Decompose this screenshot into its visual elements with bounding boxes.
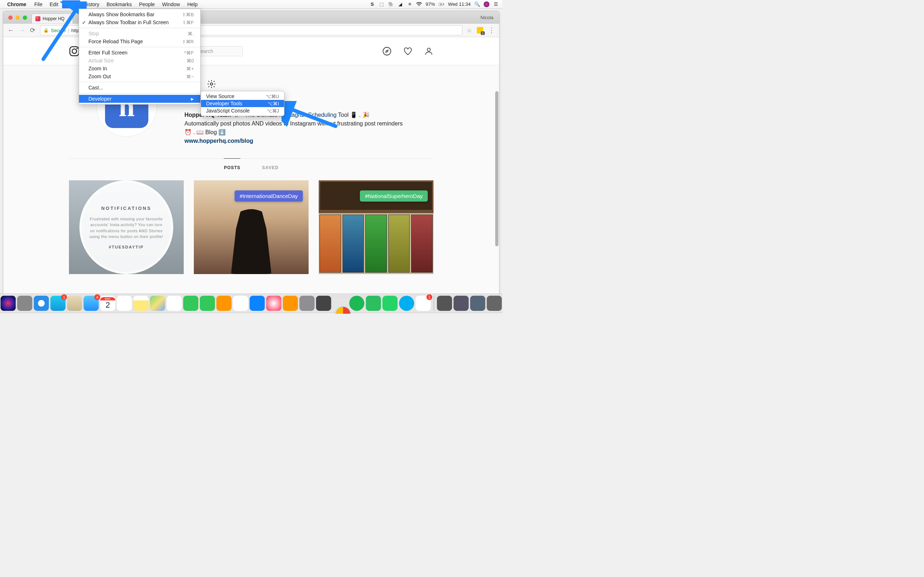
dock-slack-icon[interactable]: 1 (416, 296, 431, 311)
chrome-menu-icon[interactable]: ⋮ (488, 26, 495, 34)
menu-view[interactable]: View (62, 0, 80, 8)
dock-sublime-icon[interactable] (316, 296, 331, 311)
menu-item-force-reload[interactable]: Force Reload This Page⇧⌘R (79, 37, 200, 45)
tile2-tag: #InternationalDanceDay (234, 190, 303, 201)
dock-preferences-icon[interactable] (300, 296, 315, 311)
notification-center-icon[interactable]: ☰ (493, 2, 499, 7)
dock-safari-icon[interactable] (34, 296, 49, 311)
browser-tab[interactable]: Hopper HQ (31, 13, 73, 23)
dock-siri-icon[interactable] (1, 296, 16, 311)
dock-evernote-icon[interactable] (366, 296, 381, 311)
dock-messages-icon[interactable] (183, 296, 199, 311)
window-minimize-button[interactable] (16, 16, 20, 20)
battery-percent[interactable]: 97% (426, 2, 435, 7)
view-menu-dropdown: Always Show Bookmarks Bar⇧⌘B ✓Always Sho… (79, 9, 201, 105)
back-button[interactable]: ← (8, 26, 14, 34)
submenu-js-console[interactable]: JavaScript Console⌥⌘J (201, 107, 284, 114)
dock-spotify-icon[interactable] (349, 296, 365, 311)
bookmark-star-icon[interactable]: ☆ (467, 27, 472, 34)
forward-button[interactable]: → (18, 26, 25, 34)
dropbox-menubar-icon[interactable]: ⬚ (379, 2, 384, 7)
submenu-view-source[interactable]: View Source⌥⌘U (201, 93, 284, 100)
dock-launchpad-icon[interactable] (17, 296, 32, 311)
window-close-button[interactable] (8, 16, 13, 20)
menu-item-stop: Stop⌘. (79, 29, 200, 37)
bio-hashtag[interactable]: #InstagramScheduling (279, 112, 336, 118)
menu-item-zoom-in[interactable]: Zoom In⌘+ (79, 64, 200, 73)
spotlight-icon[interactable]: 🔍 (474, 2, 480, 7)
dock-ibooks-icon[interactable] (283, 296, 298, 311)
skype-menubar-icon[interactable]: S (369, 2, 375, 7)
reload-button[interactable]: ⟳ (29, 26, 36, 34)
wifi-menubar-icon[interactable] (416, 2, 422, 7)
dock-reminders-icon[interactable] (117, 296, 132, 311)
extension-icon[interactable]: 1 (477, 27, 483, 34)
instagram-favicon-icon (36, 16, 40, 21)
submenu-developer-tools[interactable]: Developer Tools⌥⌘I (201, 100, 284, 107)
profile-icon[interactable] (424, 47, 433, 56)
dock-skype-icon[interactable] (399, 296, 414, 311)
post-tile-2[interactable]: #InternationalDanceDay (194, 180, 309, 274)
menubar-clock[interactable]: Wed 11:34 (448, 2, 471, 7)
dock-folder-icon[interactable] (437, 296, 452, 311)
menubar-app-name[interactable]: Chrome (7, 2, 26, 7)
explore-icon[interactable] (382, 47, 392, 56)
dock-folder-2-icon[interactable] (454, 296, 469, 311)
dock-pages-icon[interactable] (216, 296, 232, 311)
dock-chrome-icon[interactable] (336, 306, 351, 314)
dock-maps-icon[interactable] (150, 296, 165, 311)
menu-edit[interactable]: Edit (46, 0, 62, 8)
drive-menubar-icon[interactable]: ◢ (397, 2, 403, 7)
developer-submenu: View Source⌥⌘U Developer Tools⌥⌘I JavaSc… (201, 91, 284, 116)
menu-item-cast[interactable]: Cast... (79, 84, 200, 92)
post-tile-1[interactable]: NOTIFICATIONS Frustrated with missing yo… (69, 180, 184, 274)
svg-rect-1 (444, 3, 444, 4)
dock-itunes-icon[interactable] (267, 296, 281, 311)
menu-help[interactable]: Help (184, 0, 201, 8)
scrollbar[interactable] (495, 91, 498, 246)
secure-label: Secure (51, 28, 66, 33)
dock-downloads-icon[interactable] (487, 296, 502, 311)
dock-calendar-icon[interactable]: MAY2 (100, 296, 115, 311)
menu-item-toolbar-fullscreen[interactable]: ✓Always Show Toolbar in Full Screen⇧⌘F (79, 18, 200, 26)
chrome-toolbar: ← → ⟳ 🔒 Secure | http ☆ 1 ⋮ (3, 23, 499, 37)
activity-heart-icon[interactable] (403, 47, 412, 56)
menu-item-developer[interactable]: Developer▶ (79, 95, 200, 103)
svg-rect-2 (70, 47, 79, 56)
svg-point-6 (427, 48, 431, 51)
dock-appstore-icon[interactable]: 1 (50, 296, 66, 311)
tab-saved[interactable]: SAVED (262, 158, 278, 177)
menu-item-fullscreen[interactable]: Enter Full Screen^⌘F (79, 49, 200, 56)
dock-folder-3-icon[interactable] (470, 296, 485, 311)
dock-whatsapp-icon[interactable] (383, 296, 398, 311)
menu-item-bookmarks-bar[interactable]: Always Show Bookmarks Bar⇧⌘B (79, 10, 200, 18)
menu-bookmarks[interactable]: Bookmarks (103, 0, 135, 8)
dock-photos-icon[interactable] (167, 296, 182, 311)
posts-grid: NOTIFICATIONS Frustrated with missing yo… (69, 180, 433, 274)
instagram-navbar: 🔍 Search (3, 37, 499, 65)
tab-posts[interactable]: POSTS (224, 158, 241, 177)
menu-history[interactable]: History (80, 0, 103, 8)
settings-gear-icon[interactable] (207, 79, 216, 89)
svg-point-5 (383, 47, 391, 55)
chrome-window: Hopper HQ Nicola ← → ⟳ 🔒 Secure | http ☆… (3, 11, 499, 296)
chrome-profile-name[interactable]: Nicola (480, 15, 493, 20)
menu-window[interactable]: Window (158, 0, 184, 8)
post-tile-3[interactable]: #NationalSuperheroDay (319, 180, 433, 274)
dock-contacts-icon[interactable] (67, 296, 82, 311)
dock-facetime-icon[interactable] (200, 296, 215, 311)
window-zoom-button[interactable] (23, 16, 27, 20)
bio-link[interactable]: www.hopperhq.com/blog (184, 138, 254, 144)
evernote-menubar-icon[interactable]: 🐘 (388, 2, 394, 7)
dock-numbers-icon[interactable] (233, 296, 248, 311)
dock-keynote-icon[interactable] (250, 296, 265, 311)
lock-icon: 🔒 (43, 28, 49, 33)
menu-file[interactable]: File (31, 0, 46, 8)
dock-notes-icon[interactable] (134, 296, 149, 311)
siri-menubar-icon[interactable] (484, 2, 489, 7)
bluetooth-menubar-icon[interactable]: ✳ (407, 2, 412, 7)
menu-people[interactable]: People (135, 0, 158, 8)
menu-item-zoom-out[interactable]: Zoom Out⌘− (79, 73, 200, 81)
instagram-logo-icon[interactable] (69, 46, 80, 56)
dock-mail-icon[interactable]: 4 (84, 296, 99, 311)
